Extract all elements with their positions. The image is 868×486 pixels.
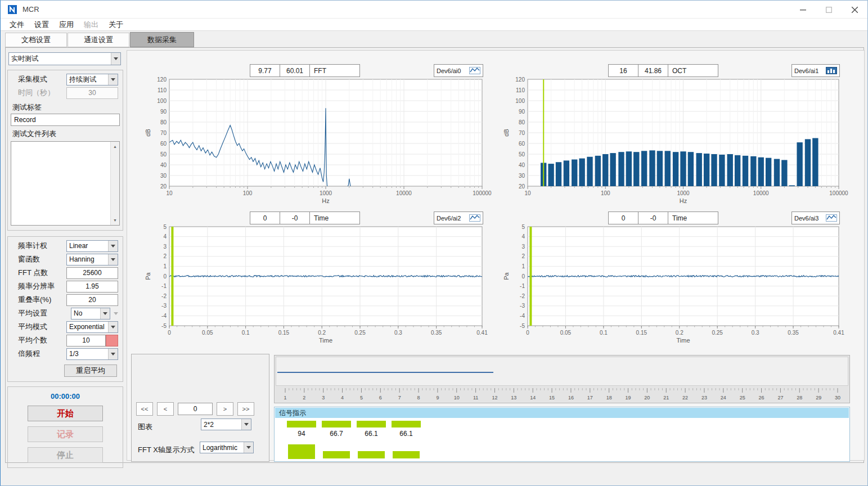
svg-text:1000: 1000: [677, 190, 690, 196]
menu-settings[interactable]: 设置: [29, 19, 54, 31]
svg-text:70: 70: [160, 130, 167, 136]
svg-text:5: 5: [360, 395, 363, 400]
svg-text:21: 21: [663, 395, 669, 400]
svg-text:Time: Time: [676, 337, 690, 344]
svg-text:0.41: 0.41: [476, 330, 488, 336]
signal-top-bar: [357, 421, 386, 428]
menu-about[interactable]: 关于: [104, 19, 128, 31]
svg-text:-4: -4: [161, 313, 167, 319]
svg-text:24: 24: [721, 395, 726, 400]
scrollbar[interactable]: ▲ ▼: [110, 142, 119, 225]
tab-channel-settings[interactable]: 通道设置: [68, 33, 129, 47]
svg-text:1000: 1000: [320, 190, 332, 196]
restart-average-button[interactable]: 重启平均: [64, 364, 117, 377]
svg-text:-3: -3: [161, 303, 167, 309]
timeline-strip[interactable]: 1234567891011121314151617181920212223242…: [274, 355, 850, 403]
time-chart-ai2[interactable]: -5-4-3-2-101234500.050.10.150.20.250.30.…: [131, 202, 500, 349]
svg-text:0.05: 0.05: [560, 330, 572, 336]
tab-document-settings[interactable]: 文档设置: [5, 33, 67, 47]
fft-chart[interactable]: 2030405060708090100110120101001000100001…: [131, 55, 500, 206]
signal-level-value: 66.7: [322, 430, 351, 438]
chart-layout-select[interactable]: 2*2: [201, 418, 251, 430]
average-setting-label: 平均设置: [18, 308, 71, 318]
test-label-input[interactable]: Record: [11, 114, 120, 126]
svg-text:20: 20: [519, 183, 525, 190]
signal-top-bar: [392, 421, 421, 428]
svg-text:Time: Time: [319, 337, 332, 344]
menu-file[interactable]: 文件: [5, 19, 29, 31]
tab-data-acquisition[interactable]: 数据采集: [130, 32, 194, 47]
svg-text:10000: 10000: [753, 190, 769, 196]
close-icon[interactable]: [842, 1, 867, 19]
test-type-value: 实时测试: [9, 54, 111, 64]
frequency-resolution-row: 频率分辨率1.95: [9, 280, 122, 293]
chevron-down-icon: [108, 349, 118, 359]
frequency-weighting-select[interactable]: Linear: [66, 240, 118, 252]
fft-points-input[interactable]: 25600: [66, 267, 118, 279]
fft-axis-value: Logarithmic: [200, 444, 244, 452]
signal-top-bar: [322, 421, 351, 428]
prev-page-button[interactable]: <: [157, 402, 174, 416]
svg-text:-3: -3: [520, 303, 525, 309]
svg-text:70: 70: [519, 130, 525, 136]
octave-chart[interactable]: 2030405060708090100110120101001000100001…: [489, 55, 858, 206]
fft-axis-select[interactable]: Logarithmic: [200, 442, 254, 453]
first-page-button[interactable]: <<: [136, 402, 153, 416]
start-button[interactable]: 开始: [28, 406, 103, 421]
svg-text:3: 3: [322, 395, 325, 400]
frequency-resolution-input[interactable]: 1.95: [66, 281, 118, 292]
svg-text:100000: 100000: [829, 190, 848, 196]
minimize-icon[interactable]: [790, 1, 816, 19]
overlap-percent-input[interactable]: 20: [66, 294, 118, 306]
page-number-input[interactable]: 0: [178, 403, 213, 415]
acquisition-mode-select[interactable]: 持续测试: [66, 74, 118, 86]
svg-text:40: 40: [160, 162, 167, 168]
app-icon: [8, 4, 18, 15]
svg-text:4: 4: [521, 233, 525, 240]
average-count-label: 平均个数: [18, 335, 66, 345]
menu-apply[interactable]: 应用: [54, 19, 79, 31]
svg-text:100: 100: [601, 190, 610, 196]
average-setting-select[interactable]: No: [71, 308, 110, 320]
svg-text:100: 100: [243, 190, 253, 196]
signal-bottom-bar: [393, 451, 420, 458]
average-count-input[interactable]: 10: [66, 335, 106, 346]
svg-text:90: 90: [160, 109, 167, 115]
svg-text:10000: 10000: [396, 190, 412, 196]
scroll-up-icon[interactable]: ▲: [111, 142, 119, 151]
average-mode-row: 平均模式Exponential: [9, 320, 122, 334]
acquisition-group: 采集模式持续测试时间（秒）30 测试标签 Record 测试文件列表 ▲ ▼: [7, 70, 123, 231]
time-chart-ai3[interactable]: -5-4-3-2-101234500.050.10.150.20.250.30.…: [489, 202, 858, 349]
svg-text:5: 5: [163, 224, 167, 230]
scroll-down-icon[interactable]: ▼: [111, 216, 119, 224]
svg-text:29: 29: [816, 395, 821, 400]
last-page-button[interactable]: >>: [237, 402, 254, 416]
timeline-track[interactable]: [276, 357, 848, 386]
svg-text:0.25: 0.25: [712, 330, 723, 336]
svg-text:0.2: 0.2: [676, 330, 683, 336]
svg-text:0.05: 0.05: [202, 330, 213, 336]
maximize-icon[interactable]: [816, 1, 842, 19]
test-file-list[interactable]: ▲ ▼: [11, 141, 120, 226]
svg-text:90: 90: [519, 109, 525, 115]
svg-text:2: 2: [163, 253, 167, 259]
svg-text:120: 120: [157, 76, 167, 83]
average-mode-select[interactable]: Exponential: [66, 321, 118, 333]
svg-text:10: 10: [454, 395, 460, 400]
next-page-button[interactable]: >: [217, 402, 233, 416]
window-function-select[interactable]: Hanning: [66, 254, 118, 266]
svg-text:60: 60: [519, 141, 525, 147]
window-function-select-value: Hanning: [67, 255, 108, 263]
test-type-select[interactable]: 实时测试: [8, 52, 121, 65]
svg-text:0.35: 0.35: [788, 330, 799, 336]
test-label-caption: 测试标签: [12, 102, 120, 112]
svg-text:Pa: Pa: [503, 272, 510, 280]
octave-fraction-row: 倍频程1/3: [9, 347, 122, 361]
fft-points-label: FFT 点数: [18, 268, 66, 278]
svg-text:5: 5: [521, 224, 525, 230]
svg-text:-1: -1: [161, 283, 167, 289]
svg-text:6: 6: [379, 395, 382, 400]
svg-text:-1: -1: [520, 283, 525, 289]
octave-fraction-select[interactable]: 1/3: [66, 348, 118, 360]
svg-text:-5: -5: [161, 323, 167, 329]
